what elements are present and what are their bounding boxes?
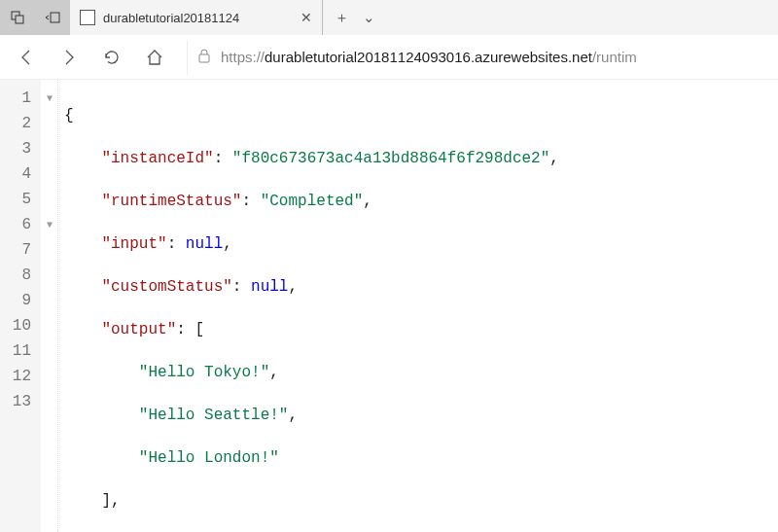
- page-favicon-icon: [80, 10, 95, 25]
- line-number: 13: [6, 389, 31, 414]
- line-number: 6: [6, 212, 31, 237]
- titlebar: durabletutorial20181124 ✕ ＋ ⌄: [0, 0, 778, 35]
- line-number: 3: [6, 136, 31, 161]
- json-viewer: 1 2 3 4 5 6 7 8 9 10 11 12 13 ▼ ▼ { "ins…: [0, 80, 778, 532]
- line-number: 5: [6, 187, 31, 212]
- forward-button[interactable]: [51, 39, 88, 76]
- new-tab-icon[interactable]: ＋: [335, 9, 349, 27]
- close-tab-icon[interactable]: ✕: [301, 10, 312, 25]
- line-number: 2: [6, 111, 31, 136]
- tab-chevron-down-icon[interactable]: ⌄: [363, 9, 375, 26]
- home-button[interactable]: [136, 39, 173, 76]
- fold-toggle-icon[interactable]: ▼: [42, 212, 57, 237]
- tab-strip-actions: ＋ ⌄: [323, 0, 778, 35]
- navbar: https://durabletutorial20181124093016.az…: [0, 35, 778, 80]
- line-number: 7: [6, 237, 31, 263]
- line-number-gutter: 1 2 3 4 5 6 7 8 9 10 11 12 13: [0, 80, 41, 532]
- code-area[interactable]: { "instanceId": "f80c673673ac4a13bd8864f…: [58, 80, 778, 532]
- address-bar[interactable]: https://durabletutorial20181124093016.az…: [187, 40, 770, 75]
- tab-title: durabletutorial20181124: [103, 11, 293, 25]
- refresh-button[interactable]: [93, 39, 130, 76]
- line-number: 11: [6, 338, 31, 364]
- window-tabs-icon[interactable]: [0, 0, 35, 35]
- fold-toggle-icon[interactable]: ▼: [42, 86, 57, 111]
- back-button[interactable]: [8, 39, 45, 76]
- svg-rect-2: [51, 13, 59, 22]
- line-number: 9: [6, 288, 31, 313]
- svg-rect-3: [199, 54, 209, 62]
- line-number: 10: [6, 313, 31, 338]
- svg-rect-1: [16, 16, 23, 23]
- line-number: 8: [6, 263, 31, 288]
- line-number: 12: [6, 364, 31, 389]
- lock-icon: [197, 48, 211, 66]
- browser-tab[interactable]: durabletutorial20181124 ✕: [70, 0, 323, 35]
- line-number: 4: [6, 161, 31, 187]
- set-aside-tabs-icon[interactable]: [35, 0, 70, 35]
- url-text: https://durabletutorial20181124093016.az…: [221, 49, 637, 65]
- line-number: 1: [6, 86, 31, 111]
- fold-gutter: ▼ ▼: [41, 80, 58, 532]
